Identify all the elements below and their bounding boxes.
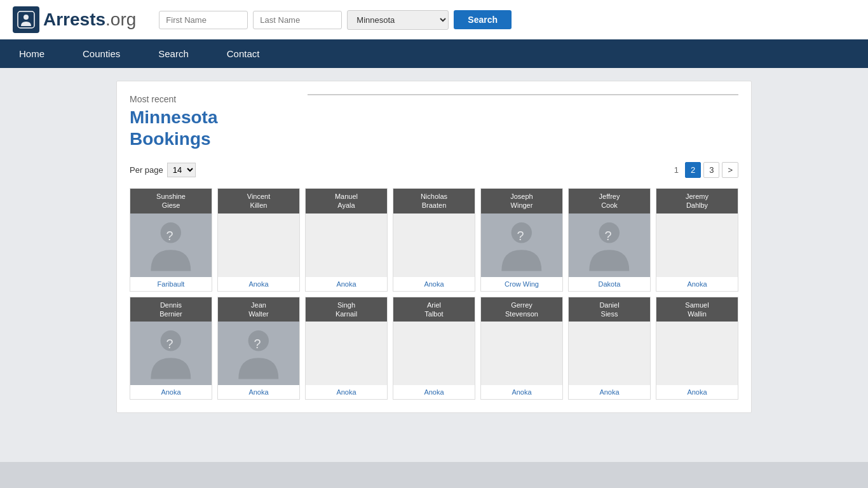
header-search-form: Minnesota Alabama Alaska Arizona Califor… xyxy=(159,10,855,30)
nav-search[interactable]: Search xyxy=(139,39,208,68)
booking-card[interactable]: VincentKillen Anoka xyxy=(217,188,300,292)
per-page-area: Per page 14 28 42 xyxy=(130,163,196,177)
booking-card[interactable]: NicholasBraaten Anoka xyxy=(393,188,475,292)
card-name: VincentKillen xyxy=(218,189,299,214)
nav-home[interactable]: Home xyxy=(0,39,64,68)
controls-row: Per page 14 28 42 1 2 3 > xyxy=(130,162,738,178)
card-county[interactable]: Anoka xyxy=(656,277,738,291)
card-name: SinghKarnail xyxy=(306,297,387,322)
content-card: Most recent Minnesota Bookings Per page … xyxy=(116,81,752,413)
svg-text:?: ? xyxy=(517,229,524,243)
booking-card[interactable]: SamuelWallin Anoka xyxy=(656,297,738,400)
card-county[interactable]: Crow Wing xyxy=(481,277,562,291)
card-photo xyxy=(393,322,475,385)
per-page-label: Per page xyxy=(130,165,163,175)
nav-contact[interactable]: Contact xyxy=(208,39,279,68)
card-county[interactable]: Anoka xyxy=(393,385,475,399)
card-photo: ? xyxy=(481,214,562,277)
card-photo xyxy=(306,214,387,277)
page-1-plain: 1 xyxy=(670,163,682,177)
card-county[interactable]: Anoka xyxy=(306,385,387,399)
state-select[interactable]: Minnesota Alabama Alaska Arizona Califor… xyxy=(347,10,449,30)
logo-text: Arrests.org xyxy=(43,10,136,30)
card-name: ArielTalbot xyxy=(393,297,475,322)
card-name: DennisBernier xyxy=(130,297,212,322)
card-county[interactable]: Anoka xyxy=(218,277,299,291)
most-recent-label: Most recent xyxy=(130,94,295,104)
card-photo xyxy=(393,214,475,277)
card-name: SunshineGiese xyxy=(130,189,212,214)
last-name-input[interactable] xyxy=(253,11,342,29)
svg-text:?: ? xyxy=(166,337,173,351)
svg-text:?: ? xyxy=(166,229,173,243)
card-county[interactable]: Anoka xyxy=(306,277,387,291)
card-photo: ? xyxy=(569,214,650,277)
booking-card[interactable]: JosephWinger ? Crow Wing xyxy=(480,188,563,292)
booking-card[interactable]: DanielSiess Anoka xyxy=(568,297,651,400)
booking-card[interactable]: SinghKarnail Anoka xyxy=(305,297,388,400)
card-photo xyxy=(569,322,650,385)
card-name: NicholasBraaten xyxy=(393,189,475,214)
first-name-input[interactable] xyxy=(159,11,248,29)
card-county[interactable]: Anoka xyxy=(393,277,475,291)
svg-text:?: ? xyxy=(254,337,261,351)
booking-card[interactable]: ManuelAyala Anoka xyxy=(305,188,388,292)
svg-point-1 xyxy=(24,15,29,20)
right-panel xyxy=(308,94,738,149)
left-panel: Most recent Minnesota Bookings xyxy=(130,94,295,149)
card-county[interactable]: Anoka xyxy=(130,385,212,399)
bookings-title: Minnesota Bookings xyxy=(130,107,295,149)
card-photo xyxy=(656,322,738,385)
logo[interactable]: Arrests.org xyxy=(13,6,136,33)
card-county[interactable]: Anoka xyxy=(569,385,650,399)
card-name: JeanWalter xyxy=(218,297,299,322)
booking-card[interactable]: SunshineGiese ? Faribault xyxy=(130,188,212,292)
main-nav: Home Counties Search Contact xyxy=(0,39,868,68)
logo-icon xyxy=(13,6,39,33)
card-photo: ? xyxy=(130,214,212,277)
card-name: SamuelWallin xyxy=(656,297,738,322)
next-page-button[interactable]: > xyxy=(722,162,738,178)
card-name: JosephWinger xyxy=(481,189,562,214)
booking-card[interactable]: DennisBernier ? Anoka xyxy=(130,297,212,400)
card-name: JeremyDahlby xyxy=(656,189,738,214)
card-photo: ? xyxy=(218,322,299,385)
card-county[interactable]: Dakota xyxy=(569,277,650,291)
booking-card[interactable]: JeremyDahlby Anoka xyxy=(656,188,738,292)
card-county[interactable]: Anoka xyxy=(218,385,299,399)
booking-card[interactable]: GerreyStevenson Anoka xyxy=(480,297,563,400)
card-photo xyxy=(306,322,387,385)
header-search-button[interactable]: Search xyxy=(454,10,512,29)
card-photo xyxy=(656,214,738,277)
card-photo: ? xyxy=(130,322,212,385)
pagination: 1 2 3 > xyxy=(670,162,738,178)
booking-card[interactable]: JeanWalter ? Anoka xyxy=(217,297,300,400)
page-3-button[interactable]: 3 xyxy=(703,162,719,178)
booking-grid-row1: SunshineGiese ? Faribault VincentKillen … xyxy=(130,188,738,292)
divider xyxy=(308,94,738,95)
card-photo xyxy=(481,322,562,385)
booking-card[interactable]: ArielTalbot Anoka xyxy=(393,297,475,400)
card-name: DanielSiess xyxy=(569,297,650,322)
nav-counties[interactable]: Counties xyxy=(64,39,139,68)
per-page-select[interactable]: 14 28 42 xyxy=(167,163,196,177)
card-name: ManuelAyala xyxy=(306,189,387,214)
card-name: JeffreyCook xyxy=(569,189,650,214)
card-photo xyxy=(218,214,299,277)
main-content: Most recent Minnesota Bookings Per page … xyxy=(0,68,868,462)
svg-text:?: ? xyxy=(605,229,612,243)
site-header: Arrests.org Minnesota Alabama Alaska Ari… xyxy=(0,0,868,39)
top-section: Most recent Minnesota Bookings xyxy=(130,94,738,149)
card-county[interactable]: Anoka xyxy=(656,385,738,399)
booking-card[interactable]: JeffreyCook ? Dakota xyxy=(568,188,651,292)
card-name: GerreyStevenson xyxy=(481,297,562,322)
card-county[interactable]: Anoka xyxy=(481,385,562,399)
card-county[interactable]: Faribault xyxy=(130,277,212,291)
page-2-button[interactable]: 2 xyxy=(685,162,701,178)
booking-grid-row2: DennisBernier ? Anoka JeanWalter ? Anoka… xyxy=(130,297,738,400)
